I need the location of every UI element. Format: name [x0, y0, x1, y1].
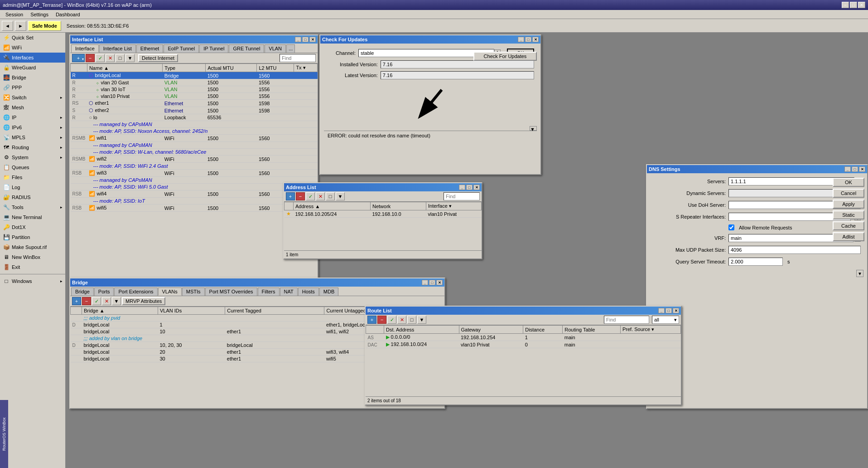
sidebar-item-dot1x[interactable]: 🔑 Dot1X — [0, 222, 65, 232]
table-row[interactable]: DAC ▶ 192.168.10.0/24 vlan10 Privat 0 ma… — [366, 341, 681, 348]
tab-bridge-ports[interactable]: Ports — [94, 288, 114, 296]
addr-add-btn[interactable]: + — [286, 192, 295, 200]
route-gateway-header[interactable]: Gateway — [459, 326, 523, 334]
bridge-filter-btn[interactable]: ▼ — [112, 297, 121, 305]
check-for-updates-close-btn[interactable]: ✕ — [532, 37, 539, 42]
max-udp-input[interactable] — [728, 246, 861, 254]
interface-list-close-btn[interactable]: ✕ — [309, 37, 316, 42]
address-list-close-btn[interactable]: ✕ — [473, 185, 480, 190]
remove-button[interactable]: − — [86, 54, 95, 62]
sidebar-item-mesh[interactable]: 🕸 Mesh — [0, 102, 65, 112]
dns-cancel-btn[interactable]: Cancel — [833, 189, 864, 198]
dns-static-btn[interactable]: Static — [833, 210, 864, 219]
interface-find-input[interactable] — [280, 54, 316, 62]
col-tx-header[interactable]: Tx ▾ — [294, 64, 318, 72]
route-dst-header[interactable]: Dst. Address — [384, 326, 459, 334]
tab-bridge-filters[interactable]: Filters — [258, 288, 280, 296]
dns-scroll-down-btn[interactable]: ▼ — [856, 270, 863, 277]
interface-list-title-bar[interactable]: Interface List _ □ ✕ — [70, 35, 318, 44]
bridge-add-btn[interactable]: + — [72, 297, 81, 305]
comment-button[interactable]: □ — [116, 54, 125, 62]
bridge-remove-btn[interactable]: − — [82, 297, 91, 305]
forward-button[interactable]: ► — [15, 21, 26, 31]
bridge-type-header[interactable] — [71, 307, 82, 315]
col-l2mtu-header[interactable]: L2 MTU — [257, 64, 294, 72]
enable-button[interactable]: ✓ — [96, 54, 105, 62]
dns-cache-btn[interactable]: Cache — [833, 221, 864, 230]
query-timeout-input[interactable] — [728, 258, 783, 266]
check-for-updates-title-bar[interactable]: Check For Updates _ □ ✕ — [320, 35, 540, 44]
table-row[interactable]: R ⬦ vlan 20 Gast VLAN 1500 1556 — [71, 79, 318, 86]
detect-internet-button[interactable]: Detect Internet — [138, 54, 178, 62]
bridge-minimize-btn[interactable]: _ — [422, 280, 428, 285]
dns-close-btn[interactable]: ✕ — [859, 166, 865, 172]
sidebar-item-tools[interactable]: 🔧 Tools ▸ — [0, 202, 65, 212]
route-pref-source-header[interactable]: Pref. Source ▾ — [620, 326, 680, 334]
route-enable-btn[interactable]: ✓ — [387, 316, 396, 324]
table-row[interactable]: R ⬦ vlan 30 IoT VLAN 1500 1556 — [71, 86, 318, 93]
sidebar-item-system[interactable]: ⚙ System ▸ — [0, 152, 65, 162]
maximize-button[interactable]: □ — [850, 2, 857, 8]
address-list-title-bar[interactable]: Address List _ □ ✕ — [284, 183, 482, 191]
bridge-title-bar[interactable]: Bridge _ □ ✕ — [70, 278, 444, 287]
table-row[interactable]: RSMB 📶 wifi2 WiFi 1500 1560 — [71, 156, 318, 163]
tab-eoip-tunnel[interactable]: EoIP Tunnel — [164, 44, 199, 53]
minimize-button[interactable]: − — [842, 2, 849, 8]
tab-bridge-vlans[interactable]: VLANs — [158, 288, 182, 296]
table-row[interactable]: RSMB 📶 wifi1 WiFi 1500 1560 — [71, 135, 318, 142]
dns-maximize-btn[interactable]: □ — [852, 166, 858, 172]
sidebar-item-ip[interactable]: 🌐 IP ▸ — [0, 112, 65, 122]
tab-ethernet[interactable]: Ethernet — [136, 44, 164, 53]
sidebar-item-interfaces[interactable]: 🔌 Interfaces — [0, 53, 65, 63]
route-distance-header[interactable]: Distance — [523, 326, 563, 334]
route-close-btn[interactable]: ✕ — [673, 308, 679, 313]
table-row[interactable]: ★ 192.168.10.205/24 192.168.10.0 vlan10 … — [285, 210, 482, 218]
mrvp-attributes-btn[interactable]: MRVP Attributes — [122, 297, 165, 305]
sidebar-item-make-supout[interactable]: 📦 Make Supout.rif — [0, 242, 65, 252]
allow-remote-checkbox[interactable] — [728, 224, 734, 230]
col-actualmtu-header[interactable]: Actual MTU — [206, 64, 257, 72]
address-list-minimize-btn[interactable]: _ — [459, 185, 465, 190]
route-all-select[interactable]: all ▾ — [652, 316, 679, 324]
tab-bridge-hosts[interactable]: Hosts — [298, 288, 319, 296]
route-remove-btn[interactable]: − — [377, 316, 386, 324]
route-maximize-btn[interactable]: □ — [665, 308, 672, 313]
bridge-bridge-header[interactable]: Bridge ▲ — [82, 307, 158, 315]
sidebar-item-windows[interactable]: □ Windows ▸ — [0, 276, 65, 286]
check-for-updates-maximize-btn[interactable]: □ — [525, 37, 531, 42]
route-type-header[interactable] — [366, 326, 384, 334]
tab-interface[interactable]: Interface — [71, 44, 99, 53]
addr-filter-btn[interactable]: ▼ — [336, 192, 345, 200]
bridge-enable-btn[interactable]: ✓ — [92, 297, 101, 305]
table-row[interactable]: S ⬡ ether2 Ethernet 1500 1598 — [71, 107, 318, 114]
filter-button[interactable]: ▼ — [125, 54, 135, 62]
addr-comment-btn[interactable]: □ — [326, 192, 335, 200]
dns-adlist-btn[interactable]: Adlist — [833, 232, 864, 241]
addr-find-input[interactable] — [444, 192, 480, 200]
tab-vlan[interactable]: VLAN — [265, 44, 286, 53]
sidebar-item-switch[interactable]: 🔀 Switch ▸ — [0, 93, 65, 102]
table-row[interactable]: RSB 📶 wifi3 WiFi 1500 1560 — [71, 170, 318, 177]
sidebar-item-ppp[interactable]: 🔗 PPP — [0, 83, 65, 93]
bridge-current-tagged-header[interactable]: Current Tagged — [225, 307, 324, 315]
route-find-input[interactable] — [604, 316, 649, 324]
menu-session[interactable]: Session — [2, 11, 27, 18]
col-iftype-header[interactable]: Type — [163, 64, 206, 72]
addr-network-header[interactable]: Network — [370, 202, 426, 210]
address-list-maximize-btn[interactable]: □ — [466, 185, 473, 190]
sidebar-item-exit[interactable]: 🚪 Exit — [0, 262, 65, 272]
table-row[interactable]: R ○ lo Loopback 65536 — [71, 114, 318, 121]
menu-settings[interactable]: Settings — [27, 11, 52, 18]
addr-icon-header[interactable] — [285, 202, 294, 210]
menu-dashboard[interactable]: Dashboard — [52, 11, 84, 18]
col-name-header[interactable]: Name ▲ — [87, 64, 162, 72]
addr-address-header[interactable]: Address ▲ — [294, 202, 371, 210]
bridge-disable-btn[interactable]: ✕ — [102, 297, 111, 305]
route-filter-btn[interactable]: ▼ — [417, 316, 426, 324]
route-comment-btn[interactable]: □ — [407, 316, 416, 324]
addr-disable-btn[interactable]: ✕ — [316, 192, 325, 200]
sidebar-item-bridge[interactable]: 🌉 Bridge — [0, 73, 65, 83]
route-minimize-btn[interactable]: _ — [658, 308, 665, 313]
table-row[interactable]: RSB 📶 wifi5 WiFi 1500 1560 — [71, 205, 318, 212]
disable-button[interactable]: ✕ — [106, 54, 115, 62]
